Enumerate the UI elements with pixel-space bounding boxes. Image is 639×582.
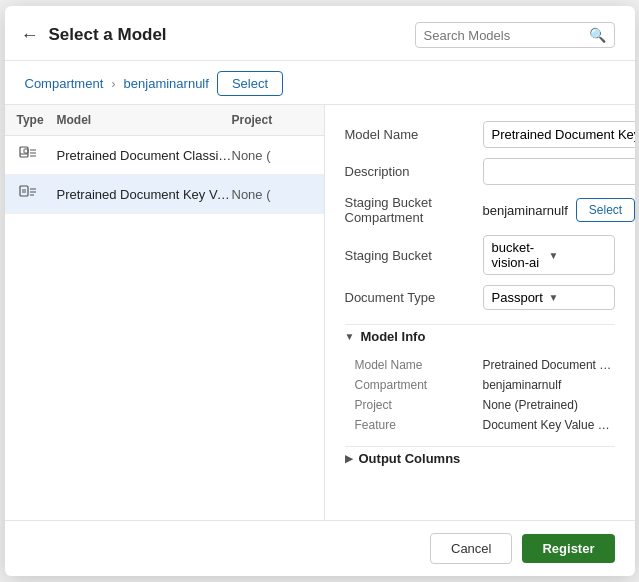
info-compartment-value: benjaminarnulf (483, 378, 615, 392)
col-type-header: Type (17, 113, 57, 127)
description-label: Description (345, 164, 475, 179)
model-name-label: Model Name (345, 127, 475, 142)
modal: ← Select a Model 🔍 Compartment › benjami… (5, 6, 635, 576)
info-feature-value: Document Key Value Extraction - P (483, 418, 615, 432)
info-model-name-value: Pretrained Document Key Value Ext (483, 358, 615, 372)
back-button[interactable]: ← (21, 25, 39, 46)
model-name-keyvalue: Pretrained Document Key Value E... (57, 187, 232, 202)
model-project-keyvalue: None ( (232, 187, 312, 202)
col-model-header: Model (57, 113, 232, 127)
search-input[interactable] (424, 28, 589, 43)
info-project-row: Project None (Pretrained) (355, 398, 615, 412)
search-box: 🔍 (415, 22, 615, 48)
document-type-label: Document Type (345, 290, 475, 305)
info-feature-label: Feature (355, 418, 475, 432)
classification-icon (17, 144, 57, 166)
info-compartment-label: Compartment (355, 378, 475, 392)
model-info-section: Model Name Pretrained Document Key Value… (345, 358, 615, 432)
description-row: Description (345, 158, 615, 185)
model-name-input[interactable] (483, 121, 635, 148)
modal-footer: Cancel Register (5, 520, 635, 576)
table-row[interactable]: Pretrained Document Key Value E... None … (5, 175, 324, 214)
modal-header: ← Select a Model 🔍 (5, 6, 635, 61)
staging-compartment-row: Staging Bucket Compartment benjaminarnul… (345, 195, 615, 225)
model-info-collapse-icon: ▼ (345, 331, 355, 342)
register-button[interactable]: Register (522, 534, 614, 563)
info-compartment-row: Compartment benjaminarnulf (355, 378, 615, 392)
table-row[interactable]: Pretrained Document Classification None … (5, 136, 324, 175)
search-icon: 🔍 (589, 27, 606, 43)
left-panel: Type Model Project Pretrained Document C… (5, 105, 325, 520)
output-columns-title: Output Columns (359, 451, 461, 466)
right-panel: Model Name Description Staging Bucket Co… (325, 105, 635, 520)
document-type-arrow-icon: ▼ (549, 292, 606, 303)
info-feature-row: Feature Document Key Value Extraction - … (355, 418, 615, 432)
model-project-classification: None ( (232, 148, 312, 163)
table-header: Type Model Project (5, 105, 324, 136)
description-input[interactable] (483, 158, 635, 185)
model-info-section-header[interactable]: ▼ Model Info (345, 324, 615, 348)
staging-compartment-select-button[interactable]: Select (576, 198, 635, 222)
info-model-name-row: Model Name Pretrained Document Key Value… (355, 358, 615, 372)
staging-bucket-label: Staging Bucket (345, 248, 475, 263)
main-content: Type Model Project Pretrained Document C… (5, 105, 635, 520)
model-name-row: Model Name (345, 121, 615, 148)
document-type-value: Passport (492, 290, 549, 305)
modal-title: Select a Model (49, 25, 415, 45)
staging-compartment-label: Staging Bucket Compartment (345, 195, 475, 225)
staging-bucket-row: Staging Bucket bucket-vision-ai ▼ (345, 235, 615, 275)
svg-rect-6 (20, 186, 28, 196)
document-type-row: Document Type Passport ▼ (345, 285, 615, 310)
col-project-header: Project (232, 113, 312, 127)
staging-bucket-dropdown[interactable]: bucket-vision-ai ▼ (483, 235, 615, 275)
info-model-name-label: Model Name (355, 358, 475, 372)
keyvalue-icon (17, 183, 57, 205)
cancel-button[interactable]: Cancel (430, 533, 512, 564)
document-type-dropdown[interactable]: Passport ▼ (483, 285, 615, 310)
output-columns-expand-icon: ▶ (345, 453, 353, 464)
breadcrumb-select-button[interactable]: Select (217, 71, 283, 96)
staging-bucket-arrow-icon: ▼ (549, 250, 606, 261)
breadcrumb-compartment[interactable]: Compartment (25, 76, 104, 91)
staging-bucket-value: bucket-vision-ai (492, 240, 549, 270)
breadcrumb-user[interactable]: benjaminarnulf (124, 76, 209, 91)
output-columns-section-header[interactable]: ▶ Output Columns (345, 446, 615, 470)
breadcrumb-separator: › (111, 76, 115, 91)
model-info-title: Model Info (360, 329, 425, 344)
breadcrumb: Compartment › benjaminarnulf Select (5, 61, 635, 105)
info-project-value: None (Pretrained) (483, 398, 615, 412)
staging-compartment-value: benjaminarnulf (483, 203, 568, 218)
info-project-label: Project (355, 398, 475, 412)
model-name-classification: Pretrained Document Classification (57, 148, 232, 163)
